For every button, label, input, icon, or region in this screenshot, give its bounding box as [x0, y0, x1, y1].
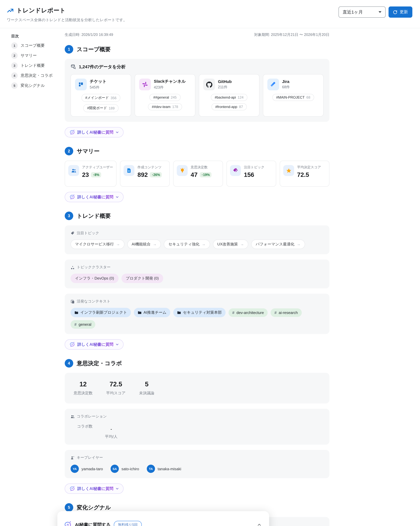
- kpi-card-decisions: 意思決定数 47 ↑19%: [173, 161, 223, 187]
- kpi-card-topics: 注目トピック 156: [227, 161, 276, 187]
- svg-text:AI: AI: [71, 131, 73, 133]
- analyzed-count: 1,247件のデータを分析: [79, 64, 126, 70]
- ai-chat-icon: AI: [70, 130, 75, 135]
- key-player: YA yamada-taro: [70, 465, 103, 473]
- page-subtitle: ワークスペース全体のトレンドと活動状況を分析したレポートです。: [7, 17, 127, 23]
- svg-text:AI: AI: [67, 523, 69, 526]
- section-number-badge: 5: [65, 503, 73, 512]
- user-star-icon: [70, 456, 75, 460]
- ask-ai-button[interactable]: AI 詳しくAI秘書に質問: [65, 339, 124, 350]
- ai-chat-icon: AI: [64, 521, 72, 526]
- toc-item-trend[interactable]: 3 トレンド概要: [11, 62, 65, 69]
- topic-chip[interactable]: セキュリティ強化→: [164, 240, 210, 249]
- section-number-badge: 3: [65, 212, 73, 220]
- topic-chip[interactable]: パフォーマンス最適化→: [251, 240, 305, 249]
- chevron-up-icon: [257, 523, 261, 526]
- section-trend: 3 トレンド概要 注目トピック マイクロサービス移行→ AI機能統合→ セキュリ…: [65, 212, 330, 350]
- period-select[interactable]: 直近1ヶ月: [339, 7, 386, 18]
- database-search-icon: [70, 64, 76, 70]
- kanban-icon: [75, 79, 87, 90]
- repo-chip: #frontend-app87: [211, 103, 247, 110]
- context-folder-chip[interactable]: セキュリティ対策本部: [173, 308, 226, 317]
- toc-item-decision[interactable]: 4 意思決定・コラボ: [11, 72, 65, 79]
- cluster-chip[interactable]: プロダクト開発 (0): [121, 274, 163, 283]
- context-channel-chip[interactable]: # dev-architecture: [229, 308, 268, 317]
- context-folder-chip[interactable]: インフラ刷新プロジェクト: [70, 308, 131, 317]
- section-title-summary: サマリー: [77, 147, 100, 155]
- refresh-button[interactable]: 更新: [389, 7, 412, 18]
- chevron-down-icon: [116, 487, 119, 490]
- toc-title: 目次: [11, 34, 65, 39]
- period-select-value: 直近1ヶ月: [343, 9, 363, 15]
- stat-open-discussions: 5 未決議論: [139, 381, 154, 396]
- section-number-badge: 2: [65, 147, 73, 155]
- github-icon: [203, 79, 215, 90]
- toc-item-scope[interactable]: 1 スコープ概要: [11, 42, 65, 49]
- toc-item-summary[interactable]: 2 サマリー: [11, 52, 65, 59]
- avatar: YA: [70, 465, 79, 473]
- section-title-scope: スコープ概要: [77, 45, 111, 53]
- collapse-button[interactable]: [256, 521, 263, 526]
- trend-report-page: トレンドレポート ワークスペース全体のトレンドと活動状況を分析したレポートです。…: [0, 0, 420, 526]
- svg-text:AI: AI: [71, 196, 73, 198]
- kpi-card-content: 作成コンテンツ 892 ↑26%: [120, 161, 170, 187]
- kpi-card-active-users: アクティブユーザー 23 ↑8%: [65, 161, 117, 187]
- hash-icon: #: [232, 310, 234, 315]
- kpi-card-score: 平均決定スコア 72.5: [280, 161, 330, 187]
- document-icon: [124, 165, 135, 176]
- topic-chip[interactable]: UX改善施策→: [213, 240, 248, 249]
- lightbulb-icon: [177, 165, 188, 176]
- source-card-tickets: チケット 545件 #メインボード356 #開発ボード189: [70, 74, 131, 117]
- table-of-contents: 目次 1 スコープ概要 2 サマリー 3 トレンド概要 4 意思決定・コラボ 5…: [0, 28, 65, 526]
- section-summary: 2 サマリー アクティブユーザー: [65, 147, 330, 202]
- section-number-badge: 1: [65, 45, 73, 54]
- trending-up-icon: [7, 7, 14, 14]
- collaboration-panel: コラボレーション コラボ数 - 平均/人: [65, 409, 330, 445]
- context-channel-chip[interactable]: # ai-research: [270, 308, 302, 317]
- project-chip: #MAIN-PROJECT68: [272, 94, 314, 101]
- refresh-icon: [393, 10, 397, 14]
- section-number-badge: 4: [65, 359, 73, 367]
- key-players-panel: キープレイヤー YA yamada-taro SA sato-ichiro TA: [65, 450, 330, 478]
- slack-icon: [139, 79, 151, 90]
- topic-chip[interactable]: マイクロサービス移行→: [70, 240, 124, 249]
- cluster-chip[interactable]: インフラ・DevOps (0): [70, 274, 118, 283]
- toc-item-signals[interactable]: 5 変化シグナル: [11, 82, 65, 89]
- topic-chip[interactable]: AI機能統合→: [127, 240, 161, 249]
- decision-stats-panel: 12 意思決定数 72.5 平均スコア 5 未決議論: [65, 373, 330, 404]
- ask-ai-button[interactable]: AI 詳しくAI秘書に質問: [65, 484, 124, 494]
- stat-decisions: 12 意思決定数: [73, 381, 93, 396]
- generated-datetime: 生成日時: 2026/1/20 16:39:49: [65, 32, 113, 37]
- channel-chip: ##general245: [150, 94, 180, 101]
- star-icon: [283, 165, 294, 176]
- users-icon: [68, 165, 79, 176]
- ask-ai-button[interactable]: AI 詳しくAI秘書に質問: [65, 127, 124, 137]
- delta-badge: ↑26%: [150, 172, 162, 177]
- ai-chat-icon: AI: [70, 342, 75, 347]
- tag-icon: [230, 165, 241, 176]
- section-title-trend: トレンド概要: [77, 212, 111, 220]
- scope-panel: 1,247件のデータを分析: [65, 59, 330, 122]
- ai-assistant-bar[interactable]: AI AI秘書に質問する 無料残り5回: [57, 511, 269, 526]
- delta-badge: ↑19%: [200, 172, 212, 177]
- section-decision: 4 意思決定・コラボ 12 意思決定数 72.5 平均スコア 5 未決議論: [65, 359, 330, 494]
- source-card-jira: Jira 68件 #MAIN-PROJECT68: [263, 74, 323, 117]
- source-card-github: GitHub 211件 #backend-api124 #frontend-ap…: [199, 74, 260, 117]
- ai-chat-icon: AI: [70, 486, 75, 491]
- avatar: SA: [110, 465, 119, 473]
- jira-icon: [267, 79, 279, 90]
- key-player: TA tanaka-misaki: [147, 465, 181, 473]
- source-card-slack: Slackチャンネル 423件 ##general245 ##dev-team1…: [135, 74, 195, 117]
- stat-avg-score: 72.5 平均スコア: [106, 381, 126, 396]
- section-title-decision: 意思決定・コラボ: [77, 359, 122, 367]
- context-folder-chip[interactable]: AI推進チーム: [134, 308, 170, 317]
- caret-down-icon: [379, 11, 381, 13]
- context-channel-chip[interactable]: # general: [70, 320, 95, 329]
- channel-chip: ##dev-team178: [148, 103, 182, 110]
- chevron-down-icon: [116, 131, 119, 134]
- cluster-icon: [70, 265, 75, 269]
- copy-icon: [70, 299, 75, 303]
- folder-icon: [74, 311, 78, 314]
- collab-average-stat: - 平均/人: [105, 427, 118, 439]
- ask-ai-button[interactable]: AI 詳しくAI秘書に質問: [65, 192, 124, 202]
